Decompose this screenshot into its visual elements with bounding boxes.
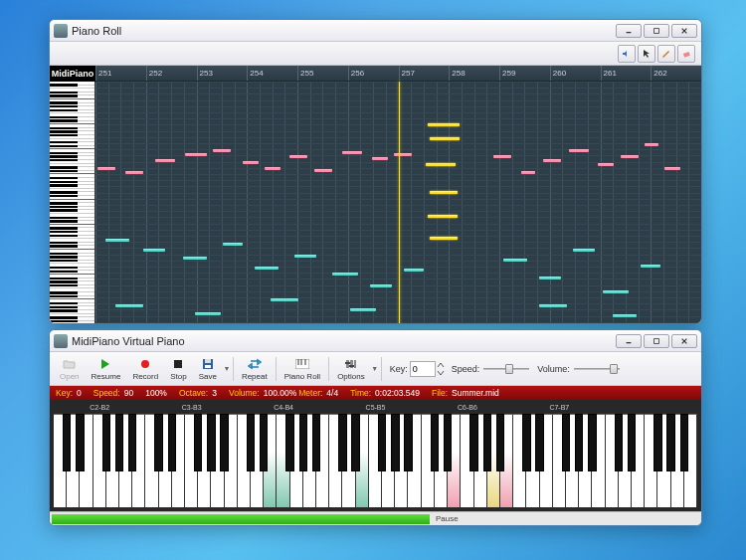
midi-note[interactable] (185, 153, 207, 156)
midi-note[interactable] (493, 155, 511, 158)
midi-note[interactable] (213, 149, 231, 152)
black-key[interactable] (378, 414, 386, 471)
black-key[interactable] (115, 414, 123, 471)
draw-tool-icon[interactable] (657, 45, 675, 63)
midi-note[interactable] (243, 161, 259, 164)
piano-roll-grid-area[interactable] (95, 82, 701, 324)
piano-roll-ruler[interactable]: 251252253254255256257258259260261262 (95, 66, 701, 82)
midi-note[interactable] (372, 157, 388, 160)
midi-note[interactable] (664, 167, 680, 170)
black-key[interactable] (483, 414, 491, 471)
midi-note[interactable] (294, 255, 316, 258)
midi-note[interactable] (314, 169, 332, 172)
black-key[interactable] (496, 414, 504, 471)
titlebar[interactable]: MidiPiano Virtual Piano (50, 330, 701, 352)
black-key[interactable] (285, 414, 293, 471)
midi-note[interactable] (569, 149, 589, 152)
midi-note[interactable] (603, 290, 629, 293)
minimize-button[interactable] (616, 334, 642, 348)
midi-note[interactable] (289, 155, 307, 158)
midi-note[interactable] (428, 215, 458, 218)
midi-note[interactable] (342, 151, 362, 154)
black-key[interactable] (666, 414, 674, 471)
midi-note[interactable] (255, 267, 279, 270)
midi-note[interactable] (183, 257, 207, 260)
black-key[interactable] (76, 414, 84, 471)
black-key[interactable] (351, 414, 359, 471)
black-key[interactable] (535, 414, 543, 471)
black-key[interactable] (63, 414, 71, 471)
sound-tool-icon[interactable] (618, 45, 636, 63)
erase-tool-icon[interactable] (677, 45, 695, 63)
maximize-button[interactable] (644, 334, 669, 348)
black-key[interactable] (653, 414, 661, 471)
stop-button[interactable]: Stop (164, 354, 192, 384)
black-key[interactable] (522, 414, 530, 471)
piano-roll-grid[interactable]: 251252253254255256257258259260261262 (95, 66, 701, 324)
black-key[interactable] (220, 414, 228, 471)
options-button[interactable]: Options (331, 354, 371, 384)
midi-note[interactable] (426, 163, 456, 166)
options-dropdown-icon[interactable]: ▼ (371, 365, 379, 372)
midi-note[interactable] (370, 284, 392, 287)
black-key[interactable] (299, 414, 307, 471)
midi-note[interactable] (503, 259, 527, 262)
maximize-button[interactable] (644, 24, 669, 38)
midi-note[interactable] (115, 304, 143, 307)
midi-note[interactable] (645, 143, 658, 146)
midi-note[interactable] (430, 191, 458, 194)
close-button[interactable] (671, 334, 697, 348)
titlebar[interactable]: Piano Roll (50, 20, 701, 42)
minimize-button[interactable] (616, 24, 642, 38)
speed-slider[interactable] (483, 361, 529, 377)
key-spinner-icon[interactable] (436, 361, 446, 377)
black-key[interactable] (444, 414, 452, 471)
black-key[interactable] (391, 414, 399, 471)
midi-note[interactable] (271, 298, 298, 301)
save-button[interactable]: Save (193, 354, 223, 384)
midi-note[interactable] (621, 155, 639, 158)
midi-note[interactable] (105, 239, 129, 242)
midi-note[interactable] (521, 171, 535, 174)
black-key[interactable] (338, 414, 346, 471)
midi-note[interactable] (143, 249, 165, 252)
midi-note[interactable] (539, 277, 561, 280)
black-key[interactable] (312, 414, 320, 471)
black-key[interactable] (404, 414, 412, 471)
midi-note[interactable] (539, 304, 567, 307)
midi-note[interactable] (332, 273, 358, 276)
close-button[interactable] (671, 24, 697, 38)
midi-note[interactable] (394, 153, 412, 156)
midi-note[interactable] (641, 265, 660, 268)
black-key[interactable] (154, 414, 162, 471)
piano-roll-keys[interactable] (50, 82, 95, 324)
midi-note[interactable] (155, 159, 175, 162)
black-key[interactable] (562, 414, 570, 471)
midi-note[interactable] (428, 123, 460, 126)
midi-note[interactable] (97, 167, 115, 170)
piano-roll-button[interactable]: Piano Roll (279, 354, 326, 384)
black-key[interactable] (628, 414, 636, 471)
midi-note[interactable] (543, 159, 561, 162)
volume-slider[interactable] (574, 361, 620, 377)
black-key[interactable] (207, 414, 215, 471)
black-key[interactable] (588, 414, 596, 471)
piano-keyboard[interactable] (54, 414, 697, 507)
midi-note[interactable] (265, 167, 280, 170)
black-key[interactable] (431, 414, 439, 471)
playhead[interactable] (399, 82, 400, 324)
black-key[interactable] (260, 414, 268, 471)
select-tool-icon[interactable] (638, 45, 655, 63)
record-button[interactable]: Record (126, 354, 164, 384)
midi-note[interactable] (350, 308, 376, 311)
save-dropdown-icon[interactable]: ▼ (223, 365, 231, 372)
key-input[interactable] (410, 361, 436, 377)
black-key[interactable] (194, 414, 202, 471)
midi-note[interactable] (404, 269, 424, 272)
playback-bar[interactable]: Pause (50, 511, 701, 525)
black-key[interactable] (575, 414, 583, 471)
black-key[interactable] (247, 414, 255, 471)
midi-note[interactable] (613, 314, 637, 317)
midi-note[interactable] (430, 137, 460, 140)
black-key[interactable] (469, 414, 477, 471)
